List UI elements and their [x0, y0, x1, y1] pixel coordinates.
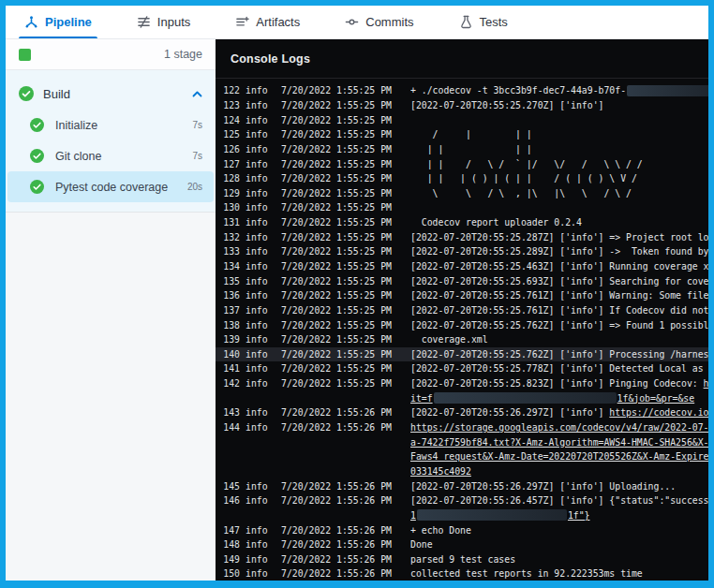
log-level: info	[245, 407, 270, 418]
log-line: 135info7/20/2022 1:55:25 PM[2022-07-20T2…	[216, 273, 708, 288]
log-link[interactable]: 1f"}	[568, 510, 590, 521]
pipeline-execution-window: Pipeline Inputs Artifacts	[6, 6, 708, 581]
log-message: it=f1f&job=&pr=&se	[410, 392, 708, 404]
log-message: 033145c4092	[410, 466, 708, 477]
success-check-icon	[30, 180, 44, 194]
log-line: 136info7/20/2022 1:55:25 PM[2022-07-20T2…	[216, 288, 708, 303]
chevron-up-icon[interactable]	[192, 91, 202, 97]
log-timestamp: 7/20/2022 1:55:25 PM	[281, 100, 395, 110]
log-line: 133info7/20/2022 1:55:25 PM[2022-07-20T2…	[216, 244, 708, 259]
log-level: info	[245, 525, 270, 536]
log-level: info	[245, 85, 270, 96]
log-line: 033145c4092	[216, 464, 708, 479]
tab-inputs[interactable]: Inputs	[135, 6, 192, 38]
console-log-area[interactable]: 122info7/20/2022 1:55:25 PM+ ./codecov -…	[216, 79, 708, 581]
log-timestamp: 7/20/2022 1:55:25 PM	[281, 159, 395, 169]
log-link[interactable]: Faws4_request&X-Amz-Date=20220720T205526…	[410, 451, 708, 462]
log-level: info	[245, 349, 270, 360]
log-text: Codecov report uploader 0.2.4	[410, 217, 582, 228]
log-timestamp: 7/20/2022 1:55:25 PM	[281, 246, 395, 257]
log-link[interactable]: ht	[704, 378, 708, 389]
step-pytest-code-coverage[interactable]: Pytest code coverage 20s	[7, 171, 214, 202]
step-duration: 7s	[192, 120, 202, 130]
step-label: Pytest code coverage	[55, 181, 168, 194]
log-message: [2022-07-20T20:55:25.762Z] ['info'] Proc…	[410, 349, 708, 360]
stage-group-build[interactable]: Build	[6, 78, 216, 110]
log-line: it=f1f&job=&pr=&se	[216, 390, 708, 405]
log-message: | | / _ \ / _` |/ _ \/ __/ _ \ \ / /	[410, 159, 708, 169]
step-initialize[interactable]: Initialize 7s	[7, 110, 214, 140]
line-number: 141	[216, 363, 240, 374]
log-timestamp: 7/20/2022 1:55:25 PM	[281, 217, 395, 228]
log-level: info	[245, 129, 270, 140]
log-link[interactable]: 1	[410, 510, 416, 521]
log-message: + echo Done	[410, 525, 708, 536]
log-message: [2022-07-20T20:55:25.823Z] ['info'] Ping…	[410, 378, 708, 389]
tab-commits[interactable]: Commits	[343, 6, 415, 38]
step-label: Initialize	[55, 119, 97, 132]
log-message: + ./codecov -t 3bcc3b9f-dec7-44a9-b70f-	[410, 85, 708, 96]
log-line: 145info7/20/2022 1:55:26 PM[2022-07-20T2…	[216, 478, 708, 493]
tab-artifacts[interactable]: Artifacts	[233, 6, 302, 38]
log-line: 144info7/20/2022 1:55:26 PMhttps://stora…	[216, 420, 708, 435]
log-link[interactable]: https://codecov.io	[609, 407, 708, 418]
inputs-icon	[137, 15, 151, 29]
log-line: 128info7/20/2022 1:55:25 PM | |___| (_) …	[216, 171, 708, 186]
execution-sidebar: 1 stage Build	[6, 39, 216, 581]
log-link[interactable]: it=f	[410, 393, 433, 404]
log-timestamp: 7/20/2022 1:55:25 PM	[281, 202, 395, 213]
execution-tabbar: Pipeline Inputs Artifacts	[6, 6, 708, 39]
console-panel: Console Logs 122info7/20/2022 1:55:25 PM…	[216, 39, 708, 581]
line-number: 124	[216, 115, 240, 125]
stage-count-label: 1 stage	[164, 48, 202, 61]
line-number: 146	[216, 495, 240, 506]
log-message: [2022-07-20T20:55:25.762Z] ['info'] => F…	[410, 320, 708, 331]
log-line: 123info7/20/2022 1:55:25 PM[2022-07-20T2…	[216, 98, 708, 113]
log-message: [2022-07-20T20:55:25.778Z] ['info'] Dete…	[410, 363, 708, 374]
log-timestamp: 7/20/2022 1:55:26 PM	[281, 554, 395, 565]
log-message: [2022-07-20T20:55:26.297Z] ['info'] http…	[410, 407, 708, 418]
log-level: info	[245, 276, 270, 287]
log-link[interactable]: a-7422f759bf84.txt?X-Amz-Algorithm=AWS4-…	[410, 437, 708, 448]
log-message: / ____| | |	[410, 129, 708, 140]
log-level: info	[245, 173, 270, 184]
sidebar-empty-area	[6, 213, 216, 581]
log-link[interactable]: 033145c4092	[410, 466, 471, 477]
stage-status-icon[interactable]	[19, 49, 31, 61]
log-line: 127info7/20/2022 1:55:25 PM | | / _ \ / …	[216, 156, 708, 171]
log-timestamp: 7/20/2022 1:55:26 PM	[281, 539, 395, 550]
log-text: _____ _	[410, 115, 527, 125]
pipeline-icon	[24, 15, 38, 29]
log-link[interactable]: 1f&job=&pr=&se	[617, 393, 695, 404]
log-level: info	[245, 554, 270, 565]
tests-icon	[459, 15, 473, 29]
log-level: info	[245, 334, 270, 345]
log-level: info	[245, 159, 270, 169]
log-text: parsed 9 test cases	[410, 554, 515, 565]
console-header: Console Logs	[216, 39, 708, 79]
log-text: Done	[410, 539, 433, 550]
log-link[interactable]: https://storage.googleapis.com/codecov/v…	[410, 422, 708, 433]
line-number: 131	[216, 217, 240, 228]
log-message: [2022-07-20T20:55:26.297Z] ['info'] Uplo…	[410, 481, 708, 492]
log-timestamp: 7/20/2022 1:55:26 PM	[281, 525, 395, 536]
log-timestamp: 7/20/2022 1:55:25 PM	[281, 129, 395, 140]
step-git-clone[interactable]: Git clone 7s	[7, 140, 214, 171]
log-text: + echo Done	[410, 525, 471, 536]
log-line: 11f"}	[216, 508, 708, 523]
line-number: 145	[216, 481, 240, 492]
tab-pipeline[interactable]: Pipeline	[22, 6, 94, 38]
line-number: 133	[216, 246, 240, 257]
log-text: [2022-07-20T20:55:25.823Z] ['info'] Ping…	[410, 378, 704, 389]
log-line: 142info7/20/2022 1:55:25 PM[2022-07-20T2…	[216, 376, 708, 391]
log-timestamp: 7/20/2022 1:55:25 PM	[281, 290, 395, 301]
line-number: 134	[216, 261, 240, 272]
tab-tests[interactable]: Tests	[457, 6, 510, 38]
line-number: 132	[216, 232, 240, 243]
log-text: [2022-07-20T20:55:25.778Z] ['info'] Dete…	[410, 363, 708, 374]
line-number: 139	[216, 334, 240, 345]
redacted-secret	[417, 509, 567, 521]
log-timestamp: 7/20/2022 1:55:26 PM	[281, 407, 395, 418]
log-text: [2022-07-20T20:55:25.762Z] ['info'] Proc…	[410, 349, 708, 360]
log-text: / ____| | |	[410, 129, 532, 140]
